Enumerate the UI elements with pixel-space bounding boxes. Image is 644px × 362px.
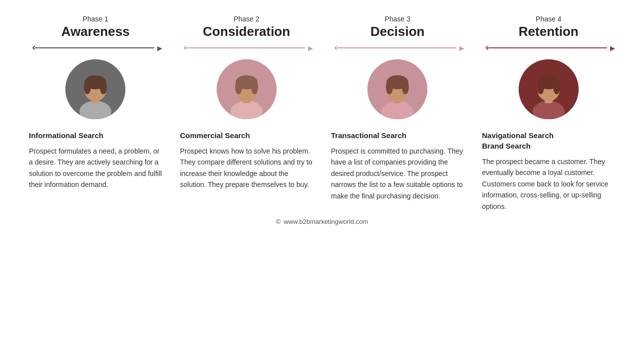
description-3: Prospect is committed to purchasing. The… [331, 146, 464, 201]
description-2: Prospect knows how to solve his problem.… [180, 146, 314, 190]
phase-title-1: Awareness [29, 24, 162, 39]
search-type-1: Informational Search [29, 130, 103, 141]
svg-rect-31 [538, 81, 560, 86]
phase-label-1: Phase 1 [29, 15, 162, 23]
search-type-3: Transactional Search [331, 130, 406, 141]
phase-col-2: Phase 2Consideration ▶ [171, 15, 322, 212]
phases-row: Phase 1Awareness ▶ [20, 15, 624, 212]
arrow-2: ▶ [180, 43, 314, 52]
phase-label-2: Phase 2 [180, 15, 314, 23]
arrow-1: ▶ [29, 43, 162, 52]
main-container: Phase 1Awareness ▶ [0, 0, 644, 233]
avatar-1 [65, 59, 125, 119]
svg-rect-15 [236, 81, 258, 86]
phase-title-3: Decision [331, 24, 464, 39]
description-4: The prospect became a customer. They eve… [482, 156, 616, 212]
arrow-3: ▶ [331, 43, 464, 52]
website-url: www.b2bmarketingworld.com [284, 218, 368, 225]
phase-col-1: Phase 1Awareness ▶ [20, 15, 171, 212]
arrow-4: ▶ [482, 43, 616, 52]
phase-label-3: Phase 3 [331, 15, 464, 23]
phase-col-4: Phase 4Retention ▶ [473, 15, 625, 212]
search-type-2: Commercial Search [180, 130, 250, 141]
avatar-container-4 [482, 59, 616, 119]
avatar-container-1 [29, 59, 162, 119]
footer: © www.b2bmarketingworld.com [20, 212, 624, 228]
phase-label-4: Phase 4 [482, 15, 616, 23]
avatar-2 [217, 59, 277, 119]
avatar-container-3 [331, 59, 464, 119]
phase-title-4: Retention [482, 24, 616, 39]
svg-rect-7 [84, 81, 106, 86]
avatar-3 [367, 59, 427, 119]
phase-col-3: Phase 3Decision ▶ [322, 15, 473, 212]
phase-title-2: Consideration [180, 24, 314, 39]
avatar-4 [519, 59, 579, 119]
svg-rect-23 [386, 81, 408, 86]
copyright-symbol: © [276, 218, 281, 225]
avatar-container-2 [180, 59, 314, 119]
description-1: Prospect formulates a need, a problem, o… [29, 146, 162, 190]
search-type-4: Navigational SearchBrand Search [482, 130, 554, 151]
